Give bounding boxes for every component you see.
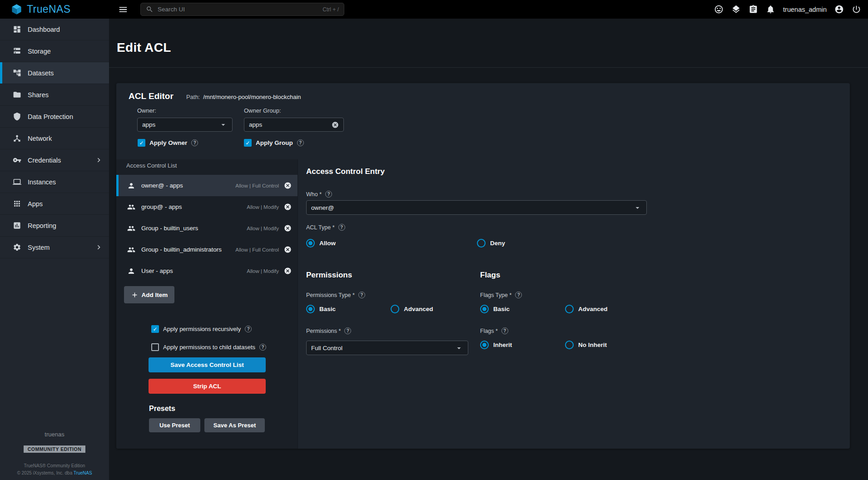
help-icon[interactable]: [245, 326, 252, 332]
remove-entry-icon[interactable]: [284, 182, 292, 189]
sidebar-item-data-protection[interactable]: Data Protection: [0, 106, 109, 128]
sidebar-item-credentials[interactable]: Credentials: [0, 149, 109, 171]
apply-owner-label: Apply Owner: [149, 139, 187, 146]
sidebar-item-apps[interactable]: Apps: [0, 193, 109, 215]
apply-recursively-label: Apply permissions recursively: [163, 326, 241, 332]
truenas-logo[interactable]: TrueNAS: [0, 3, 109, 15]
apply-child-datasets-checkbox[interactable]: [151, 343, 159, 351]
topbar: TrueNAS Search UI Ctrl + / truenas_admin: [0, 0, 868, 19]
remove-entry-icon[interactable]: [284, 246, 292, 253]
search-input[interactable]: Search UI Ctrl + /: [140, 3, 344, 16]
remove-entry-icon[interactable]: [284, 224, 292, 232]
smiley-icon: [714, 5, 724, 14]
save-acl-button[interactable]: Save Access Control List: [149, 357, 266, 372]
flags-field-label: Flags *: [480, 327, 508, 334]
acl-editor-header: ACL Editor Path: /mnt/monero-pool/monero…: [129, 91, 301, 101]
sidebar-item-instances[interactable]: Instances: [0, 171, 109, 193]
remove-entry-icon[interactable]: [284, 267, 292, 275]
radio-allow[interactable]: Allow: [306, 239, 336, 247]
acl-list-title: Access Control List: [126, 162, 177, 169]
radio-permissions-basic[interactable]: Basic: [306, 305, 336, 313]
help-icon[interactable]: [358, 292, 365, 298]
acl-entry-label: Group - builtin_users: [141, 225, 198, 232]
add-item-button[interactable]: Add Item: [124, 286, 174, 303]
acl-entry-label: User - apps: [141, 267, 173, 274]
dataset-path: Path: /mnt/monero-pool/monero-blockchain: [186, 94, 301, 100]
flags-heading: Flags: [480, 271, 500, 280]
help-icon[interactable]: [191, 139, 198, 146]
help-icon[interactable]: [344, 327, 351, 334]
owner-group-input[interactable]: apps: [244, 118, 344, 132]
radio-permissions-advanced[interactable]: Advanced: [391, 305, 433, 313]
sidebar-item-datasets[interactable]: Datasets: [0, 62, 109, 84]
use-preset-button[interactable]: Use Preset: [149, 418, 200, 432]
chevron-down-icon: [455, 344, 463, 352]
acl-entry-row-builtin-administrators[interactable]: Group - builtin_administrators Allow | F…: [116, 239, 298, 260]
apply-recursively-checkbox[interactable]: [151, 325, 159, 333]
help-icon[interactable]: [325, 191, 332, 198]
truenas-link[interactable]: TrueNAS: [74, 470, 92, 475]
help-icon[interactable]: [338, 224, 345, 231]
acl-type-label-text: ACL Type *: [306, 224, 335, 231]
who-label-text: Who *: [306, 191, 322, 198]
acl-entry-permission: Allow | Modify: [247, 268, 279, 274]
radio-no-inherit[interactable]: No Inherit: [565, 341, 607, 349]
alerts-button[interactable]: [766, 5, 775, 14]
sidebar-item-label: Datasets: [28, 69, 54, 77]
power-menu-button[interactable]: [852, 5, 861, 14]
access-control-entry-panel: Access Control Entry Who * owner@ ACL Ty…: [298, 159, 850, 449]
radio-advanced-label: Advanced: [404, 306, 433, 312]
search-icon: [146, 5, 154, 13]
apply-group-checkbox[interactable]: [244, 139, 252, 147]
person-icon: [127, 182, 135, 190]
permissions-select[interactable]: Full Control: [306, 341, 468, 355]
permissions-type-label-text: Permissions Type *: [306, 292, 355, 298]
folder-icon: [13, 90, 21, 99]
radio-circle-selected: [480, 341, 489, 349]
acl-type-field-label: ACL Type *: [306, 224, 345, 231]
sidebar-item-network[interactable]: Network: [0, 128, 109, 149]
help-icon[interactable]: [259, 344, 266, 351]
logged-in-username[interactable]: truenas_admin: [783, 6, 827, 13]
acl-entry-label: group@ - apps: [141, 203, 182, 210]
help-icon[interactable]: [501, 327, 508, 334]
people-icon: [127, 224, 135, 233]
path-value: /mnt/monero-pool/monero-blockchain: [203, 94, 301, 100]
shield-icon: [13, 112, 21, 121]
sidenav-toggle-button[interactable]: [117, 4, 129, 15]
sidebar-item-storage[interactable]: Storage: [0, 40, 109, 62]
acl-entry-row-group[interactable]: group@ - apps Allow | Modify: [116, 196, 298, 218]
remove-entry-icon[interactable]: [284, 203, 292, 211]
radio-inherit[interactable]: Inherit: [480, 341, 512, 349]
acl-entry-row-owner[interactable]: owner@ - apps Allow | Full Control: [116, 175, 298, 196]
radio-advanced-label: Advanced: [578, 306, 608, 312]
help-icon[interactable]: [297, 139, 304, 146]
sidebar-item-shares[interactable]: Shares: [0, 84, 109, 106]
hostname: truenas: [0, 431, 109, 438]
user-menu-button[interactable]: [834, 5, 844, 14]
sidebar-item-system[interactable]: System: [0, 237, 109, 258]
strip-acl-button[interactable]: Strip ACL: [149, 379, 266, 394]
acl-entry-row-user-apps[interactable]: User - apps Allow | Modify: [116, 260, 298, 282]
ace-heading: Access Control Entry: [306, 167, 385, 176]
jobs-button[interactable]: [749, 5, 758, 14]
sidebar-item-label: Shares: [28, 91, 49, 99]
radio-deny[interactable]: Deny: [477, 239, 505, 247]
clear-input-icon[interactable]: [332, 121, 339, 129]
save-as-preset-button[interactable]: Save As Preset: [204, 418, 265, 432]
radio-flags-advanced[interactable]: Advanced: [565, 305, 608, 313]
help-icon[interactable]: [515, 292, 522, 298]
acl-entry-row-builtin-users[interactable]: Group - builtin_users Allow | Modify: [116, 218, 298, 239]
truecommand-button[interactable]: [731, 5, 741, 14]
radio-flags-basic[interactable]: Basic: [480, 305, 510, 313]
sidebar-item-dashboard[interactable]: Dashboard: [0, 19, 109, 40]
monitor-icon: [13, 178, 21, 186]
who-select[interactable]: owner@: [306, 200, 647, 215]
owner-select[interactable]: apps: [137, 118, 233, 132]
flags-type-label-text: Flags Type *: [480, 292, 511, 298]
feedback-button[interactable]: [714, 5, 724, 14]
apply-owner-checkbox[interactable]: [138, 139, 145, 147]
layers-icon: [731, 5, 741, 14]
sidebar-item-reporting[interactable]: Reporting: [0, 215, 109, 237]
owner-label: Owner:: [137, 107, 156, 114]
